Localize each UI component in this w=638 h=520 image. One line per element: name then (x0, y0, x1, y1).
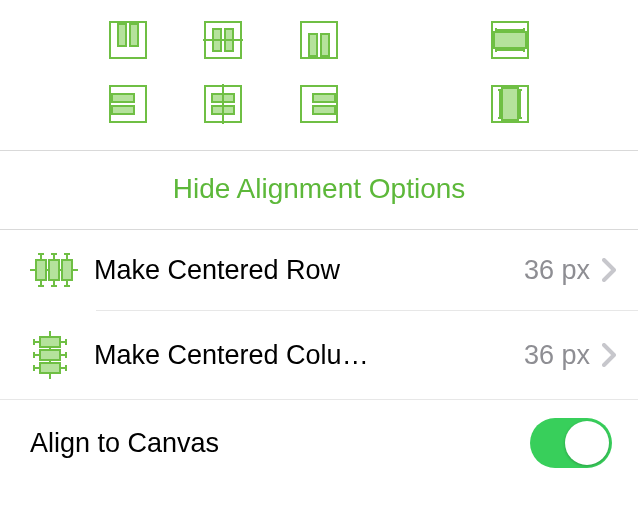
align-vcenter-icon[interactable] (203, 20, 243, 60)
row-value: 36 px (506, 255, 602, 286)
svg-rect-54 (40, 350, 60, 360)
svg-rect-19 (112, 94, 134, 102)
svg-rect-7 (301, 22, 337, 58)
stretch-vertical-icon[interactable] (490, 84, 530, 124)
svg-rect-38 (49, 260, 59, 280)
make-centered-row-button[interactable]: Make Centered Row 36 px (0, 230, 638, 310)
svg-rect-2 (130, 24, 138, 46)
svg-rect-55 (40, 363, 60, 373)
align-to-canvas-toggle[interactable] (530, 418, 612, 468)
svg-rect-26 (313, 94, 335, 102)
svg-rect-8 (309, 34, 317, 56)
svg-rect-39 (62, 260, 72, 280)
hide-alignment-button[interactable]: Hide Alignment Options (0, 151, 638, 229)
blank-cell (395, 84, 435, 124)
blank-cell (395, 20, 435, 60)
hide-alignment-label: Hide Alignment Options (173, 173, 466, 204)
alignment-options-grid (0, 0, 638, 150)
align-left-icon[interactable] (108, 84, 148, 124)
svg-rect-9 (321, 34, 329, 56)
toggle-knob (565, 421, 609, 465)
row-value: 36 px (506, 340, 602, 371)
align-to-canvas-row: Align to Canvas (0, 399, 638, 492)
svg-rect-1 (118, 24, 126, 46)
align-bottom-icon[interactable] (299, 20, 339, 60)
chevron-right-icon (602, 343, 616, 367)
svg-rect-20 (112, 106, 134, 114)
row-label: Make Centered Colu… (86, 340, 506, 371)
svg-rect-25 (301, 86, 337, 122)
row-label: Make Centered Row (86, 255, 506, 286)
stretch-horizontal-icon[interactable] (490, 20, 530, 60)
svg-rect-29 (502, 88, 518, 120)
align-right-icon[interactable] (299, 84, 339, 124)
centered-row-icon (30, 250, 86, 290)
align-hcenter-icon[interactable] (203, 84, 243, 124)
svg-rect-27 (313, 106, 335, 114)
align-to-canvas-label: Align to Canvas (30, 428, 530, 459)
align-top-icon[interactable] (108, 20, 148, 60)
svg-rect-53 (40, 337, 60, 347)
svg-rect-0 (110, 22, 146, 58)
make-centered-column-button[interactable]: Make Centered Colu… 36 px (0, 311, 638, 399)
svg-rect-18 (110, 86, 146, 122)
centered-column-icon (30, 331, 86, 379)
svg-rect-11 (494, 32, 526, 48)
chevron-right-icon (602, 258, 616, 282)
svg-rect-37 (36, 260, 46, 280)
